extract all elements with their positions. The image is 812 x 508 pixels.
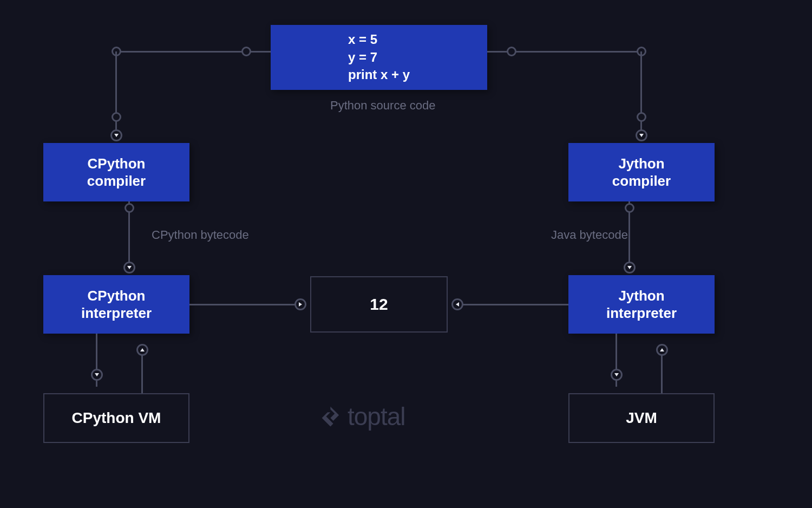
connector-arrow-down-icon	[123, 262, 135, 273]
connector-node-icon	[507, 47, 516, 56]
source-code-caption: Python source code	[330, 99, 435, 113]
connector-arrow-up-icon	[656, 344, 668, 356]
connector-line	[661, 352, 663, 393]
cpython-bytecode-label: CPython bytecode	[152, 228, 249, 242]
connector-node-icon	[112, 112, 121, 122]
jvm-box: JVM	[568, 393, 715, 443]
connector-arrow-up-icon	[136, 344, 148, 356]
code-line-3: print x + y	[348, 66, 410, 83]
connector-arrow-left-icon	[451, 298, 463, 310]
cpython-vm-box: CPython VM	[43, 393, 189, 443]
connector-arrow-down-icon	[624, 262, 636, 273]
toptal-logo: toptal	[320, 402, 405, 431]
jython-compiler-box: Jython compiler	[568, 143, 715, 201]
connector-arrow-down-icon	[611, 369, 623, 381]
cpython-interpreter-box: CPython interpreter	[43, 275, 189, 334]
connector-node-icon	[125, 203, 134, 213]
connector-line	[141, 352, 143, 393]
connector-arrow-down-icon	[636, 129, 647, 141]
connector-arrow-down-icon	[91, 369, 103, 381]
connector-arrow-down-icon	[110, 129, 122, 141]
jython-interpreter-box: Jython interpreter	[568, 275, 715, 334]
source-code-box: x = 5 y = 7 print x + y	[271, 25, 487, 90]
connector-arrow-right-icon	[294, 298, 306, 310]
code-line-2: y = 7	[348, 49, 410, 66]
cpython-compiler-box: CPython compiler	[43, 143, 189, 201]
connector-node-icon	[241, 47, 251, 56]
connector-node-icon	[637, 112, 646, 122]
code-line-1: x = 5	[348, 31, 410, 48]
toptal-logo-text: toptal	[348, 402, 405, 431]
java-bytecode-label: Java bytecode	[551, 228, 628, 242]
connector-node-icon	[625, 203, 634, 213]
source-code-text: x = 5 y = 7 print x + y	[348, 31, 410, 83]
connector-line	[189, 304, 303, 305]
output-box: 12	[310, 276, 448, 333]
toptal-logo-icon	[320, 405, 343, 428]
connector-line	[455, 304, 568, 305]
